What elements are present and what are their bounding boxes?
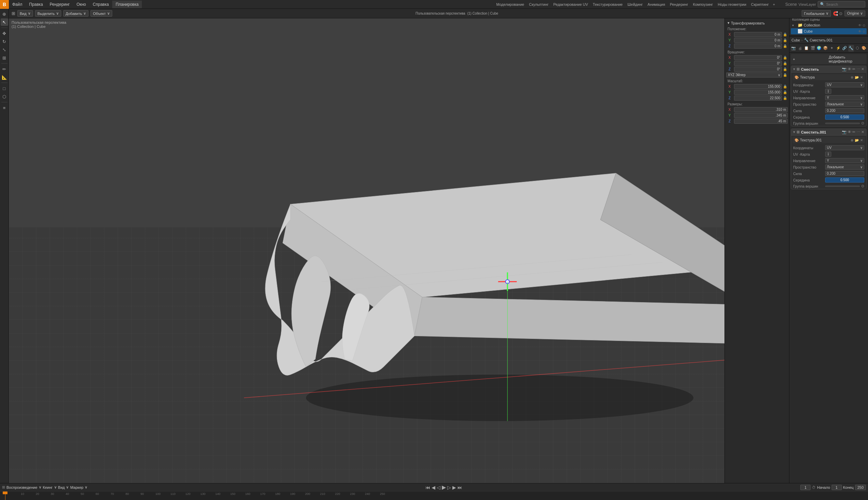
prev-keyframe-button[interactable]: ◁ bbox=[437, 485, 441, 490]
props-tab-particles[interactable]: ✦ bbox=[829, 45, 835, 52]
keying-label[interactable]: Кеинг bbox=[43, 485, 53, 489]
workspace-tab-uv[interactable]: Редактирование UV bbox=[551, 2, 590, 7]
props-tab-physics[interactable]: ⚡ bbox=[835, 45, 841, 52]
modifier-1-texture-browse[interactable]: 📂 bbox=[855, 76, 859, 79]
marker-label[interactable]: Маркер bbox=[70, 485, 84, 489]
workspace-tab-sculpting[interactable]: Скульптинг bbox=[527, 2, 551, 7]
timeline-track[interactable]: 10 20 30 40 50 60 70 80 90 100 110 120 1… bbox=[0, 491, 868, 500]
workspace-tab-shading[interactable]: Шейдинг bbox=[625, 2, 645, 7]
modifier-2-vgroup-field[interactable] bbox=[825, 185, 860, 187]
add-cube-tool[interactable]: □ bbox=[1, 84, 8, 92]
3d-viewport[interactable]: X Y Z + − 📷 ⊡ ⊙ 🔍 Пользовательская персп… bbox=[9, 18, 789, 483]
props-tab-object[interactable]: 📦 bbox=[823, 45, 828, 52]
next-keyframe-button[interactable]: ▷ bbox=[447, 485, 451, 490]
modifier-2-direction-dropdown[interactable]: Y∨ bbox=[825, 158, 864, 163]
jump-to-start-button[interactable]: ⏮ bbox=[425, 485, 430, 490]
menu-edit[interactable]: Правка bbox=[26, 1, 47, 8]
cursor-tool[interactable]: ⊕ bbox=[1, 10, 8, 18]
rotation-y-field[interactable]: 0° bbox=[734, 61, 782, 66]
global-transform-dropdown[interactable]: Глобальное∨ bbox=[802, 10, 831, 17]
proportional-edit-toggle[interactable]: ⊙ bbox=[839, 11, 843, 16]
modifier-1-close[interactable]: ✕ bbox=[861, 67, 864, 71]
outliner-cube-item[interactable]: ⬜ Cube 👁 ⊙ bbox=[791, 28, 867, 34]
rotation-z-field[interactable]: 0° bbox=[734, 67, 782, 72]
workspace-tab-compositing[interactable]: Компоузинг bbox=[691, 2, 715, 7]
dim-y-field[interactable]: .345 m bbox=[734, 113, 788, 118]
props-tab-render[interactable]: 📷 bbox=[791, 45, 797, 52]
props-tab-view-layer[interactable]: 📋 bbox=[804, 45, 810, 52]
workspace-tab-modeling[interactable]: Моделирование bbox=[494, 2, 526, 7]
scale-z-lock[interactable]: 🔒 bbox=[783, 96, 788, 100]
modifier-2-settings[interactable]: ⋯ bbox=[856, 130, 860, 134]
jump-to-end-button[interactable]: ⏭ bbox=[457, 485, 462, 490]
modifier-2-texture-close[interactable]: ✕ bbox=[860, 138, 863, 142]
dim-x-field[interactable]: .310 m bbox=[734, 107, 788, 112]
view-layer-selector[interactable]: ViewLayer bbox=[799, 2, 816, 7]
object-menu[interactable]: Объект∨ bbox=[90, 10, 112, 17]
scale-y-lock[interactable]: 🔒 bbox=[783, 90, 788, 94]
collection-expand-arrow[interactable]: ▾ bbox=[792, 23, 796, 27]
modifier-1-viewport[interactable]: 👁 bbox=[848, 67, 851, 71]
workspace-tab-scripting[interactable]: Скриптинг bbox=[749, 2, 771, 7]
rotation-y-lock[interactable]: 🔒 bbox=[783, 61, 788, 65]
props-tab-output[interactable]: 🖨 bbox=[797, 45, 803, 52]
snap-toggle[interactable]: 🧲 bbox=[833, 11, 838, 16]
scene-selector[interactable]: Scene bbox=[785, 2, 797, 7]
props-tab-geometry-nodes[interactable]: ⬡ bbox=[855, 45, 860, 52]
playback-label[interactable]: Воспроизведение bbox=[7, 485, 37, 489]
transform-section-title[interactable]: ▾ Трансформировать bbox=[726, 20, 788, 26]
modifier-1-vgroup-field[interactable] bbox=[825, 123, 860, 124]
position-y-field[interactable]: 0 m bbox=[734, 38, 782, 43]
workspace-tab-rendering[interactable]: Рендеринг bbox=[668, 2, 690, 7]
measure-tool[interactable]: 📐 bbox=[1, 73, 8, 81]
position-z-lock[interactable]: 🔒 bbox=[783, 44, 788, 48]
props-tab-scene[interactable]: 🎬 bbox=[810, 45, 816, 52]
rotation-mode-icon[interactable]: 🔒 bbox=[783, 73, 788, 77]
menu-layout[interactable]: Планировка bbox=[112, 1, 142, 8]
workspace-tab-texture-paint[interactable]: Текстурирование bbox=[591, 2, 625, 7]
current-frame-field[interactable]: 1 bbox=[800, 485, 811, 490]
modifier-1-texture-close[interactable]: ✕ bbox=[860, 76, 863, 79]
modifier-2-texture-browse[interactable]: 📂 bbox=[855, 138, 859, 142]
timeline-cursor[interactable] bbox=[5, 491, 5, 500]
menu-file[interactable]: Файл bbox=[9, 1, 26, 8]
modifier-2-coords-dropdown[interactable]: UV∨ bbox=[825, 145, 864, 150]
position-x-field[interactable]: 0 m bbox=[734, 32, 782, 37]
origin-dropdown[interactable]: Origine ∨ bbox=[845, 11, 865, 16]
global-search[interactable]: 🔍 Search bbox=[818, 1, 865, 8]
rotation-z-lock[interactable]: 🔒 bbox=[783, 67, 788, 71]
modifier-1-coords-dropdown[interactable]: UV∨ bbox=[825, 82, 864, 87]
props-tab-material[interactable]: 🎨 bbox=[861, 45, 867, 52]
modifier-1-expand[interactable]: ▾ bbox=[793, 67, 795, 71]
breadcrumb-modifier[interactable]: Сместить.001 bbox=[810, 38, 833, 42]
outliner-collection-item[interactable]: ▾ 📁 Collection 👁 ⊙ bbox=[791, 22, 867, 28]
position-x-lock[interactable]: 🔒 bbox=[783, 33, 788, 36]
move-tool[interactable]: ✥ bbox=[1, 30, 8, 37]
modifier-2-uv-field[interactable]: ↧ bbox=[825, 151, 831, 157]
transform-tool[interactable]: ⊞ bbox=[1, 54, 8, 61]
object-properties-tool[interactable]: ⬡ bbox=[1, 93, 8, 100]
rotate-tool[interactable]: ↻ bbox=[1, 38, 8, 45]
modifier-1-render[interactable]: 📷 bbox=[842, 67, 847, 71]
select-menu[interactable]: Выделить∨ bbox=[35, 10, 61, 17]
modifier-1-midpoint-field[interactable]: 0.500 bbox=[825, 115, 864, 120]
step-back-button[interactable]: ◀ bbox=[432, 485, 435, 490]
select-tool[interactable]: ↖ bbox=[1, 18, 8, 26]
view-label-timeline[interactable]: Вид bbox=[58, 485, 65, 489]
scale-tool[interactable]: ⤡ bbox=[1, 46, 8, 53]
step-forward-button[interactable]: ▶ bbox=[452, 485, 456, 490]
collection-eye-icon[interactable]: 👁 bbox=[858, 23, 861, 27]
modifier-2-vgroup-icon[interactable]: ⊙ bbox=[861, 184, 864, 188]
modifier-2-render[interactable]: 📷 bbox=[842, 130, 847, 134]
menu-render[interactable]: Рендеринг bbox=[46, 1, 73, 8]
props-tab-constraints[interactable]: 🔗 bbox=[842, 45, 848, 52]
menu-help[interactable]: Справка bbox=[89, 1, 112, 8]
play-button[interactable]: ▶ bbox=[442, 484, 446, 490]
workspace-tab-animation[interactable]: Анимация bbox=[646, 2, 667, 7]
workspace-tab-geometry-nodes[interactable]: Ноды геометрии bbox=[716, 2, 748, 7]
modifier-1-direction-dropdown[interactable]: Y∨ bbox=[825, 95, 864, 100]
modifier-2-expand[interactable]: ▾ bbox=[793, 130, 795, 134]
scale-x-field[interactable]: 155.000 bbox=[734, 84, 782, 89]
props-tab-modifiers[interactable]: 🔧 bbox=[848, 45, 854, 52]
modifier-2-close[interactable]: ✕ bbox=[861, 130, 864, 134]
